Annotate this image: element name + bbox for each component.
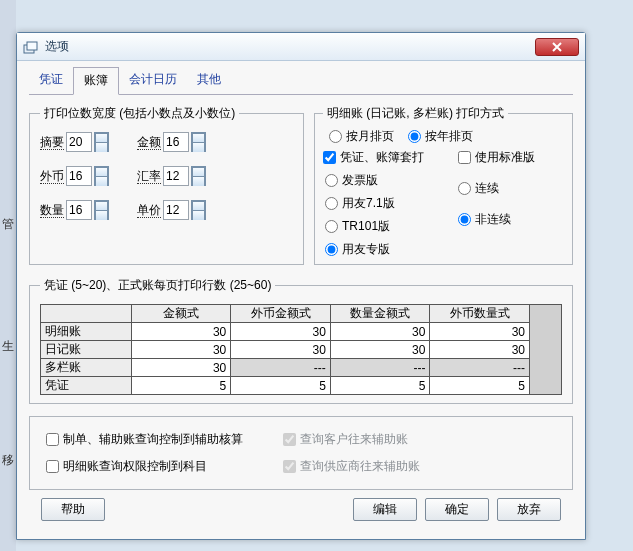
col-header: 金额式 (131, 305, 231, 323)
spin-up-foreign[interactable] (94, 166, 109, 176)
close-button[interactable] (535, 38, 579, 56)
check-label: 使用标准版 (475, 149, 535, 166)
col-header: 外币数量式 (430, 305, 530, 323)
tab-bar: 凭证账簿会计日历其他 (29, 67, 573, 95)
spin-input-amount[interactable] (163, 132, 189, 152)
check-label: 查询供应商往来辅助账 (300, 458, 420, 475)
cell[interactable]: 30 (231, 323, 331, 341)
titlebar: 选项 (17, 33, 585, 61)
table-row: 明细账30303030 (41, 323, 530, 341)
row-label: 多栏账 (41, 359, 132, 377)
cell[interactable]: --- (330, 359, 430, 377)
spin-label: 摘要 (40, 135, 64, 150)
radio-label: 按年排页 (425, 128, 473, 145)
spin-down-amount[interactable] (191, 142, 206, 152)
spin-up-qty[interactable] (94, 200, 109, 210)
lines-table[interactable]: 金额式外币金额式数量金额式外币数量式明细账30303030日记账30303030… (40, 304, 530, 395)
spin-input-rate[interactable] (163, 166, 189, 186)
radio-noncontinuous[interactable]: 非连续 (458, 211, 564, 228)
spin-rate: 汇率 (137, 166, 206, 186)
check-opt1[interactable]: 制单、辅助账查询控制到辅助核算 (46, 431, 243, 448)
bg-text: 生 (2, 338, 14, 355)
svg-rect-1 (27, 42, 37, 50)
spin-up-rate[interactable] (191, 166, 206, 176)
spin-down-price[interactable] (191, 210, 206, 220)
col-header: 数量金额式 (330, 305, 430, 323)
check-standard[interactable]: 使用标准版 (458, 149, 564, 166)
spin-label: 单价 (137, 203, 161, 218)
spin-input-summary[interactable] (66, 132, 92, 152)
options-dialog: 选项 凭证账簿会计日历其他 打印位数宽度 (包括小数点及小数位) 摘要 金额 外… (16, 32, 586, 540)
radio-label: TR101版 (342, 218, 390, 235)
spin-down-summary[interactable] (94, 142, 109, 152)
cell[interactable]: 5 (131, 377, 231, 395)
print-mode-legend: 明细账 (日记账, 多栏账) 打印方式 (323, 105, 508, 122)
spin-label: 金额 (137, 135, 161, 150)
cell[interactable]: 30 (231, 341, 331, 359)
spin-down-foreign[interactable] (94, 176, 109, 186)
tab-0[interactable]: 凭证 (29, 67, 73, 94)
radio-label: 用友专版 (342, 241, 390, 258)
dialog-footer: 帮助 编辑 确定 放弃 (29, 498, 573, 531)
tab-2[interactable]: 会计日历 (119, 67, 187, 94)
ok-button[interactable]: 确定 (425, 498, 489, 521)
check-opt4: 查询供应商往来辅助账 (283, 458, 420, 475)
spin-input-qty[interactable] (66, 200, 92, 220)
spin-down-qty[interactable] (94, 210, 109, 220)
spin-label: 汇率 (137, 169, 161, 184)
spin-up-summary[interactable] (94, 132, 109, 142)
radio-version[interactable]: 用友7.1版 (325, 195, 450, 212)
tab-1[interactable]: 账簿 (73, 67, 119, 95)
spin-down-rate[interactable] (191, 176, 206, 186)
spin-up-amount[interactable] (191, 132, 206, 142)
check-label: 凭证、账簿套打 (340, 149, 424, 166)
cell[interactable]: --- (430, 359, 530, 377)
lines-legend: 凭证 (5~20)、正式账每页打印行数 (25~60) (40, 277, 275, 294)
cell[interactable]: 30 (430, 323, 530, 341)
row-label: 明细账 (41, 323, 132, 341)
help-button[interactable]: 帮助 (41, 498, 105, 521)
query-options-group: 制单、辅助账查询控制到辅助核算 明细账查询权限控制到科目 查询客户往来辅助账 查… (29, 416, 573, 490)
spin-price: 单价 (137, 200, 206, 220)
radio-label: 非连续 (475, 211, 511, 228)
check-label: 明细账查询权限控制到科目 (63, 458, 207, 475)
spin-input-foreign[interactable] (66, 166, 92, 186)
cell[interactable]: --- (231, 359, 331, 377)
cell[interactable]: 30 (330, 341, 430, 359)
check-opt2[interactable]: 明细账查询权限控制到科目 (46, 458, 243, 475)
spin-input-price[interactable] (163, 200, 189, 220)
cell[interactable]: 5 (330, 377, 430, 395)
radio-label: 按月排页 (346, 128, 394, 145)
window-icon (23, 40, 39, 54)
row-label: 凭证 (41, 377, 132, 395)
spin-foreign: 外币 (40, 166, 109, 186)
radio-label: 连续 (475, 180, 499, 197)
spin-qty: 数量 (40, 200, 109, 220)
cell[interactable]: 30 (131, 341, 231, 359)
radio-continuous[interactable]: 连续 (458, 180, 564, 197)
cell[interactable]: 30 (330, 323, 430, 341)
edit-button[interactable]: 编辑 (353, 498, 417, 521)
cell[interactable]: 5 (430, 377, 530, 395)
table-row: 日记账30303030 (41, 341, 530, 359)
col-header: 外币金额式 (231, 305, 331, 323)
radio-by-month[interactable]: 按月排页 (329, 128, 394, 145)
radio-version[interactable]: 发票版 (325, 172, 450, 189)
spin-label: 外币 (40, 169, 64, 184)
check-sets[interactable]: 凭证、账簿套打 (323, 149, 450, 166)
radio-label: 发票版 (342, 172, 378, 189)
cancel-button[interactable]: 放弃 (497, 498, 561, 521)
tab-3[interactable]: 其他 (187, 67, 231, 94)
radio-version[interactable]: TR101版 (325, 218, 450, 235)
spin-up-price[interactable] (191, 200, 206, 210)
lines-group: 凭证 (5~20)、正式账每页打印行数 (25~60) 金额式外币金额式数量金额… (29, 277, 573, 404)
window-title: 选项 (45, 38, 69, 55)
radio-version[interactable]: 用友专版 (325, 241, 450, 258)
check-label: 制单、辅助账查询控制到辅助核算 (63, 431, 243, 448)
cell[interactable]: 30 (131, 359, 231, 377)
radio-by-year[interactable]: 按年排页 (408, 128, 473, 145)
cell[interactable]: 5 (231, 377, 331, 395)
cell[interactable]: 30 (430, 341, 530, 359)
check-opt3: 查询客户往来辅助账 (283, 431, 420, 448)
cell[interactable]: 30 (131, 323, 231, 341)
